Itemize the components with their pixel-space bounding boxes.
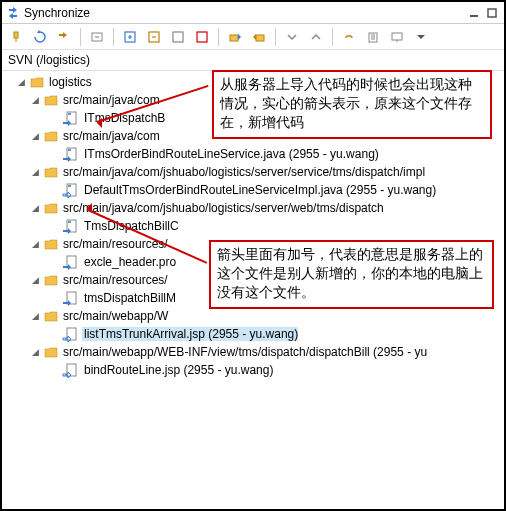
annotation-callout-1: 从服务器上导入代码的时候也会出现这种情况，实心的箭头表示，原来这个文件存在，新增…	[212, 70, 492, 139]
collapse-toggle[interactable]: ◢	[30, 203, 41, 214]
tree-label: listTmsTrunkArrival.jsp (2955 - yu.wang)	[82, 327, 298, 341]
folder-icon	[43, 344, 59, 360]
svn-header: SVN (/logistics)	[2, 50, 504, 71]
minimize-button[interactable]	[466, 6, 482, 20]
expand-icon[interactable]	[282, 27, 302, 47]
collapse-toggle[interactable]: ◢	[30, 311, 41, 322]
folder-icon	[29, 74, 45, 90]
collapse-toggle[interactable]: ◢	[30, 239, 41, 250]
folder-icon	[43, 200, 59, 216]
refresh-icon[interactable]	[30, 27, 50, 47]
file-incoming-change-icon	[64, 218, 80, 234]
svg-rect-2	[14, 32, 18, 38]
folder-icon	[43, 236, 59, 252]
tree-file[interactable]: TmsDispatchBillC	[2, 217, 504, 235]
tree-label: logistics	[47, 75, 92, 89]
nav-icon[interactable]	[87, 27, 107, 47]
svg-rect-9	[256, 35, 264, 41]
svg-rect-15	[68, 149, 71, 151]
commit-icon[interactable]	[249, 27, 269, 47]
folder-icon	[43, 128, 59, 144]
tree-label: bindRouteLine.jsp (2955 - yu.wang)	[82, 363, 273, 377]
svg-rect-8	[230, 35, 238, 41]
collapse-toggle[interactable]: ◢	[30, 131, 41, 142]
title-bar: Synchronize	[2, 2, 504, 24]
menu-icon[interactable]	[411, 27, 431, 47]
file-incoming-change-icon	[64, 290, 80, 306]
tree-label: src/main/webapp/WEB-INF/view/tms/dispatc…	[61, 345, 427, 359]
history-icon[interactable]	[363, 27, 383, 47]
svg-rect-11	[392, 33, 402, 40]
tree-label: src/main/webapp/W	[61, 309, 168, 323]
folder-icon	[43, 272, 59, 288]
svg-rect-17	[68, 185, 71, 187]
incoming-mode-icon[interactable]	[120, 27, 140, 47]
tree-label: src/main/java/com	[61, 129, 160, 143]
tree-label: TmsDispatchBillC	[82, 219, 179, 233]
file-incoming-change-icon	[64, 254, 80, 270]
tree-folder[interactable]: ◢ src/main/java/com/jshuabo/logistics/se…	[2, 163, 504, 181]
file-incoming-add-icon	[64, 182, 80, 198]
tree-file[interactable]: bindRouteLine.jsp (2955 - yu.wang)	[2, 361, 504, 379]
both-mode-icon[interactable]	[168, 27, 188, 47]
tree-label: excle_header.pro	[82, 255, 176, 269]
tree-label: ITmsOrderBindRouteLineService.java (2955…	[82, 147, 379, 161]
file-incoming-change-icon	[64, 110, 80, 126]
svg-rect-19	[68, 221, 71, 223]
collapse-toggle[interactable]: ◢	[16, 77, 27, 88]
svg-rect-1	[488, 9, 496, 17]
outgoing-mode-icon[interactable]	[144, 27, 164, 47]
annotation-arrowhead-2	[82, 203, 92, 213]
file-incoming-change-icon	[64, 146, 80, 162]
sync-icon	[6, 6, 20, 20]
tree-label: src/main/resources/	[61, 273, 168, 287]
svg-rect-0	[470, 15, 478, 17]
tree-label: src/main/java/com/jshuabo/logistics/serv…	[61, 165, 425, 179]
annotation-arrowhead-1	[92, 118, 102, 128]
tree-folder[interactable]: ◢ src/main/webapp/W	[2, 307, 504, 325]
sync-window: Synchronize SVN (/logistics) ◢ logisti	[0, 0, 506, 511]
pin-icon[interactable]	[6, 27, 26, 47]
collapse-toggle[interactable]: ◢	[30, 167, 41, 178]
sync-toolbar-icon[interactable]	[54, 27, 74, 47]
presentation-icon[interactable]	[387, 27, 407, 47]
maximize-button[interactable]	[484, 6, 500, 20]
svg-rect-7	[197, 32, 207, 42]
tree-label: DefaultTmsOrderBindRouteLineServiceImpl.…	[82, 183, 436, 197]
annotation-callout-2: 箭头里面有加号，代表的意思是服务器上的这个文件是别人新增的，你的本地的电脑上没有…	[209, 240, 494, 309]
tree-file[interactable]: ITmsOrderBindRouteLineService.java (2955…	[2, 145, 504, 163]
svg-rect-6	[173, 32, 183, 42]
tree-file[interactable]: DefaultTmsOrderBindRouteLineServiceImpl.…	[2, 181, 504, 199]
file-incoming-add-icon	[64, 362, 80, 378]
svg-rect-13	[68, 113, 71, 115]
conflict-mode-icon[interactable]	[192, 27, 212, 47]
file-incoming-add-icon	[64, 326, 80, 342]
collapse-icon[interactable]	[306, 27, 326, 47]
collapse-toggle[interactable]: ◢	[30, 275, 41, 286]
window-title: Synchronize	[24, 6, 90, 20]
tree-file-selected[interactable]: listTmsTrunkArrival.jsp (2955 - yu.wang)	[2, 325, 504, 343]
collapse-toggle[interactable]: ◢	[30, 347, 41, 358]
folder-icon	[43, 308, 59, 324]
tree-folder[interactable]: ◢ src/main/webapp/WEB-INF/view/tms/dispa…	[2, 343, 504, 361]
tree-label: src/main/java/com/jshuabo/logistics/serv…	[61, 201, 384, 215]
folder-icon	[43, 164, 59, 180]
link-icon[interactable]	[339, 27, 359, 47]
collapse-toggle[interactable]: ◢	[30, 95, 41, 106]
update-icon[interactable]	[225, 27, 245, 47]
toolbar	[2, 24, 504, 50]
tree-label: tmsDispatchBillM	[82, 291, 176, 305]
tree-folder[interactable]: ◢ src/main/java/com/jshuabo/logistics/se…	[2, 199, 504, 217]
folder-icon	[43, 92, 59, 108]
